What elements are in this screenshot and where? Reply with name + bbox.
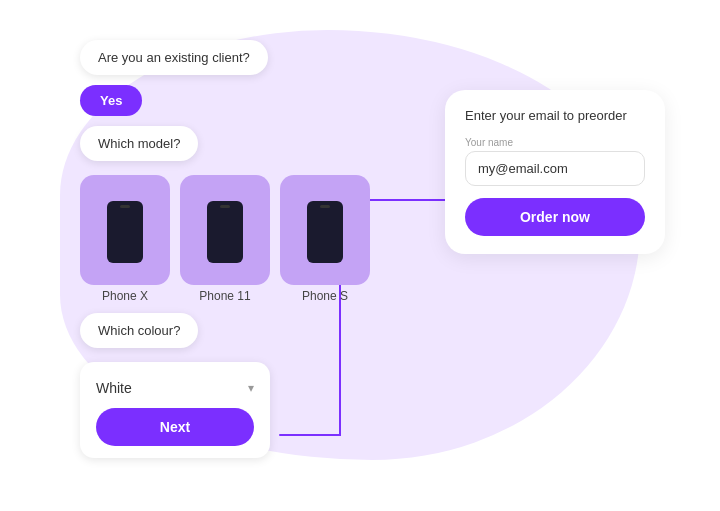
preorder-panel: Enter your email to preorder Your name O… (445, 90, 665, 254)
phone-s-icon (307, 201, 343, 263)
which-colour-bubble: Which colour? (80, 313, 198, 348)
existing-client-bubble: Are you an existing client? (80, 40, 268, 75)
phone-11-wrapper: Phone 11 (180, 175, 270, 303)
order-now-button[interactable]: Order now (465, 198, 645, 236)
yes-bubble[interactable]: Yes (80, 85, 142, 116)
phone-11-card[interactable] (180, 175, 270, 285)
preorder-title: Enter your email to preorder (465, 108, 645, 123)
colour-section: White ▾ Next (80, 362, 370, 458)
phone-x-wrapper: Phone X (80, 175, 170, 303)
email-input-group: Your name (465, 137, 645, 186)
colour-dropdown-select[interactable]: White ▾ (96, 374, 254, 402)
phone-s-wrapper: Phone S (280, 175, 370, 303)
phone-x-icon (107, 201, 143, 263)
phone-s-card[interactable] (280, 175, 370, 285)
phone-11-icon (207, 201, 243, 263)
colour-dropdown-box[interactable]: White ▾ Next (80, 362, 270, 458)
chat-flow: Are you an existing client? Yes Which mo… (80, 40, 370, 458)
next-button[interactable]: Next (96, 408, 254, 446)
name-input-label: Your name (465, 137, 645, 148)
phone-x-card[interactable] (80, 175, 170, 285)
phone-x-label: Phone X (102, 289, 148, 303)
which-model-bubble: Which model? (80, 126, 198, 161)
colour-selected-value: White (96, 380, 132, 396)
phone-cards-row: Phone X Phone 11 Phone S (80, 175, 370, 303)
chevron-down-icon: ▾ (248, 381, 254, 395)
phone-s-label: Phone S (302, 289, 348, 303)
phone-11-label: Phone 11 (199, 289, 250, 303)
email-input[interactable] (465, 151, 645, 186)
